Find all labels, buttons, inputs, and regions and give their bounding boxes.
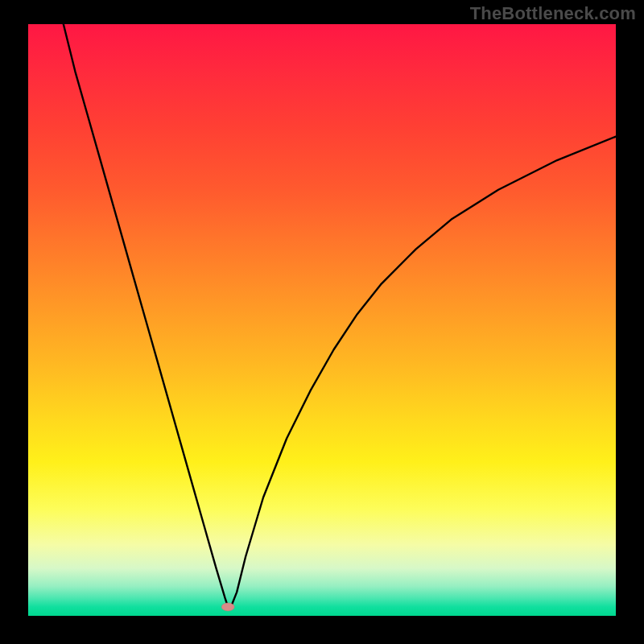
watermark-text: TheBottleneck.com: [470, 3, 636, 24]
minimum-marker: [221, 603, 234, 611]
curve-svg: [28, 24, 616, 616]
plot-area: [28, 24, 616, 616]
bottleneck-curve: [64, 24, 616, 607]
chart-frame: TheBottleneck.com: [0, 0, 644, 644]
